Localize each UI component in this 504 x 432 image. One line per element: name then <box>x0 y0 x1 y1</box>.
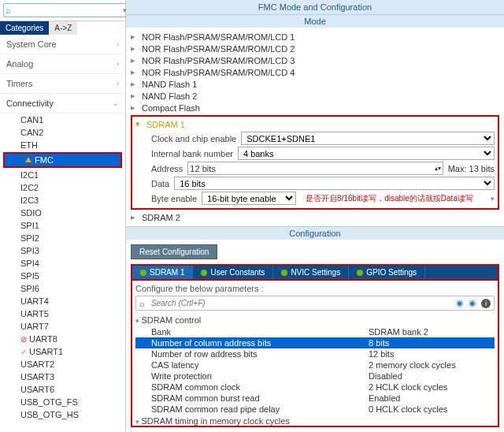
tab-az[interactable]: A->Z <box>49 21 77 35</box>
param-search-input[interactable] <box>150 298 451 308</box>
next-icon[interactable]: ◉ <box>469 298 476 308</box>
item-spi2[interactable]: SPI2 <box>0 232 125 244</box>
expand-icon[interactable]: ▸ <box>131 102 139 113</box>
mode-panel: ▸NOR Flash/PSRAM/SRAM/ROM/LCD 1▸NOR Flas… <box>126 28 504 226</box>
addr-input[interactable]: 12 bits▴▾ <box>187 162 443 175</box>
sdram1-label[interactable]: SDRAM 1 <box>146 120 185 129</box>
mode-item[interactable]: NOR Flash/PSRAM/SRAM/ROM/LCD 3 <box>142 56 295 65</box>
data-select[interactable]: 16 bits <box>174 177 495 190</box>
chevron-down-icon[interactable]: ▾ <box>491 195 495 203</box>
category-analog[interactable]: Analog› <box>0 54 125 74</box>
param-row[interactable]: SDRAM common clock2 HCLK clock cycles <box>135 382 495 393</box>
item-usart2[interactable]: USART2 <box>0 358 125 371</box>
sdram1-box: ▾SDRAM 1 Clock and chip enableSDCKE1+SDN… <box>131 115 499 210</box>
addr-label: Address <box>151 164 183 173</box>
item-uart7[interactable]: UART7 <box>0 320 125 333</box>
subtab-gpio-settings[interactable]: GPIO Settings <box>349 266 425 279</box>
mode-header: Mode <box>126 14 504 28</box>
item-usb_otg_fs[interactable]: USB_OTG_FS <box>0 396 125 408</box>
param-row[interactable]: Write protectionDisabled <box>135 371 495 382</box>
search-input-wrap[interactable]: ⌕ ▾ <box>3 3 129 17</box>
item-uart8[interactable]: UART8 <box>0 333 125 345</box>
group-header[interactable]: SDRAM timing in memory clock cycles <box>135 415 495 427</box>
chevron-icon: › <box>117 40 119 48</box>
item-can2[interactable]: CAN2 <box>0 126 125 139</box>
param-row[interactable]: CAS latency2 memory clock cycles <box>135 359 495 371</box>
param-row[interactable]: Number of column address bits8 bits <box>135 337 495 348</box>
clk-select[interactable]: SDCKE1+SDNE1 <box>241 132 495 145</box>
item-usart6[interactable]: USART6 <box>0 383 125 396</box>
category-timers[interactable]: Timers› <box>0 74 125 94</box>
collapse-icon[interactable]: ▾ <box>135 119 143 129</box>
expand-icon[interactable]: ▸ <box>131 91 139 101</box>
status-dot-icon <box>357 270 363 276</box>
item-spi5[interactable]: SPI5 <box>0 270 125 282</box>
params-panel: Configure the below parameters : ⌕ ◉ ◉ i… <box>131 279 499 427</box>
search-icon: ⌕ <box>6 6 11 15</box>
param-row[interactable]: SDRAM common read pipe delay0 HCLK clock… <box>135 404 495 415</box>
expand-icon[interactable]: ▸ <box>131 43 139 54</box>
item-fmc[interactable]: FMC <box>5 154 120 166</box>
group-header[interactable]: SDRAM control <box>135 314 495 326</box>
category-system-core[interactable]: System Core› <box>0 35 125 54</box>
search-input[interactable] <box>11 5 123 16</box>
item-sdio[interactable]: SDIO <box>0 207 125 219</box>
tab-categories[interactable]: Categories <box>0 21 49 35</box>
subtab-sdram-1[interactable]: SDRAM 1 <box>132 266 193 279</box>
item-spi1[interactable]: SPI1 <box>0 219 125 232</box>
expand-icon[interactable]: ▸ <box>131 212 139 222</box>
clk-label: Clock and chip enable <box>151 134 236 143</box>
param-row[interactable]: BankSDRAM bank 2 <box>135 326 495 337</box>
mode-item[interactable]: NAND Flash 1 <box>142 80 197 89</box>
addr-max: Max: 13 bits <box>448 164 495 173</box>
data-label: Data <box>151 179 169 188</box>
chevron-icon: ⌄ <box>113 99 119 107</box>
param-row[interactable]: SDRAM common burst readEnabled <box>135 393 495 404</box>
mode-item[interactable]: Compact Flash <box>142 103 200 113</box>
reset-button[interactable]: Reset Configuration <box>131 244 217 259</box>
item-usart1[interactable]: USART1 <box>0 345 125 358</box>
left-panel: ⌕ ▾ ⚙ Categories A->Z System Core›Analog… <box>0 0 126 432</box>
status-dot-icon <box>140 270 146 276</box>
param-row[interactable]: Number of row address bits12 bits <box>135 348 495 359</box>
item-i2c1[interactable]: I2C1 <box>0 169 125 181</box>
item-i2c3[interactable]: I2C3 <box>0 194 125 207</box>
page-title: FMC Mode and Configuration <box>126 0 504 14</box>
config-header: Configuration <box>126 226 504 240</box>
mode-item[interactable]: NAND Flash 2 <box>142 91 197 101</box>
item-i2c2[interactable]: I2C2 <box>0 181 125 194</box>
search-icon[interactable]: ⌕ <box>139 299 145 308</box>
expand-icon[interactable]: ▸ <box>131 79 139 89</box>
params-intro: Configure the below parameters : <box>135 284 495 293</box>
expand-icon[interactable]: ▸ <box>131 55 139 65</box>
prev-icon[interactable]: ◉ <box>456 298 464 308</box>
item-can1[interactable]: CAN1 <box>0 114 125 126</box>
expand-icon[interactable]: ▸ <box>131 67 139 77</box>
right-panel: FMC Mode and Configuration Mode ▸NOR Fla… <box>126 0 504 432</box>
subtab-nvic-settings[interactable]: NVIC Settings <box>273 266 349 279</box>
expand-icon[interactable]: ▸ <box>131 32 139 42</box>
mode-item[interactable]: NOR Flash/PSRAM/SRAM/ROM/LCD 1 <box>142 32 295 42</box>
category-connectivity[interactable]: Connectivity⌄ <box>0 94 125 114</box>
byte-label: Byte enable <box>151 194 197 203</box>
item-spi3[interactable]: SPI3 <box>0 244 125 257</box>
sdram2-label[interactable]: SDRAM 2 <box>142 213 180 222</box>
item-eth[interactable]: ETH <box>0 139 125 151</box>
status-dot-icon <box>281 270 287 276</box>
mode-item[interactable]: NOR Flash/PSRAM/SRAM/ROM/LCD 2 <box>142 44 295 54</box>
chevron-icon: › <box>117 60 119 68</box>
item-uart4[interactable]: UART4 <box>0 295 125 307</box>
subtab-user-constants[interactable]: User Constants <box>193 266 273 279</box>
bank-select[interactable]: 4 banks <box>238 147 495 160</box>
stepper-icon[interactable]: ▴▾ <box>435 165 441 172</box>
info-icon[interactable]: i <box>481 299 491 308</box>
byte-note: 是否开启8/16bit读写，disable的话就按Data读写 <box>306 193 473 204</box>
item-spi6[interactable]: SPI6 <box>0 282 125 295</box>
item-spi4[interactable]: SPI4 <box>0 257 125 270</box>
item-uart5[interactable]: UART5 <box>0 307 125 320</box>
item-usart3[interactable]: USART3 <box>0 371 125 383</box>
byte-select[interactable]: 16-bit byte enable <box>202 192 296 205</box>
item-usb_otg_hs[interactable]: USB_OTG_HS <box>0 408 125 421</box>
mode-item[interactable]: NOR Flash/PSRAM/SRAM/ROM/LCD 4 <box>142 68 295 77</box>
category-multimedia[interactable]: Multimedia› <box>0 426 125 432</box>
